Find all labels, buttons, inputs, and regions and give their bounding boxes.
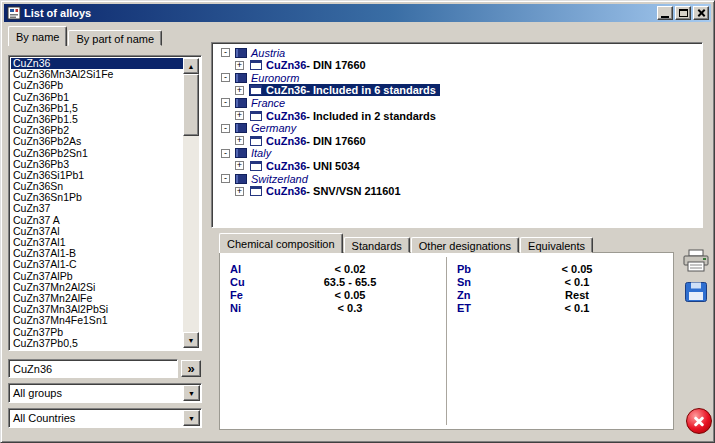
groups-dropdown-arrow-icon[interactable]: ▼ bbox=[183, 385, 200, 401]
country-icon bbox=[235, 48, 247, 58]
alloy-name: CuZn36 bbox=[266, 110, 306, 122]
name-tabstrip: By nameBy part of name bbox=[8, 26, 163, 46]
alloy-label[interactable]: CuZn36 - DIN 17660 bbox=[249, 135, 370, 147]
alloy-icon bbox=[250, 161, 262, 171]
country-label: Germany bbox=[251, 122, 296, 134]
expand-icon[interactable]: + bbox=[235, 187, 244, 196]
collapse-icon[interactable]: - bbox=[221, 98, 230, 107]
tree-country-row[interactable]: -Germany bbox=[214, 122, 700, 135]
tree-country-row[interactable]: -France bbox=[214, 96, 700, 109]
element-symbol: Sn bbox=[457, 276, 517, 289]
exit-x-icon bbox=[693, 415, 705, 427]
composition-row: ET< 0.1 bbox=[447, 302, 673, 315]
tree-country-row[interactable]: -Euronorm bbox=[214, 71, 700, 84]
book-button[interactable] bbox=[684, 281, 708, 303]
element-symbol: Pb bbox=[457, 263, 517, 276]
tree-alloy-row[interactable]: +CuZn36 - DIN 17660 bbox=[214, 134, 700, 147]
composition-row: Fe< 0.05 bbox=[220, 289, 446, 302]
countries-dropdown[interactable]: All Countries ▼ bbox=[8, 408, 202, 428]
element-symbol: Cu bbox=[230, 276, 290, 289]
maximize-button[interactable] bbox=[675, 6, 691, 20]
scroll-up-button[interactable]: ▲ bbox=[183, 58, 199, 74]
country-label: Switzerland bbox=[251, 173, 308, 185]
close-icon bbox=[697, 9, 706, 18]
list-item[interactable]: CuZn37Mn4Fe1Sn1 bbox=[11, 315, 183, 326]
expand-icon[interactable]: + bbox=[235, 136, 244, 145]
alloy-icon bbox=[250, 186, 262, 196]
country-icon bbox=[235, 73, 247, 83]
element-value: < 0.1 bbox=[517, 276, 637, 289]
tab-other-designations[interactable]: Other designations bbox=[411, 237, 519, 253]
tree-alloy-row[interactable]: +CuZn36 - DIN 17660 bbox=[214, 59, 700, 72]
scrollbar-thumb[interactable] bbox=[183, 74, 199, 136]
composition-column-right: Pb< 0.05Sn< 0.1ZnRestET< 0.1 bbox=[447, 263, 673, 423]
tree-alloy-row[interactable]: +CuZn36 - SNV/VSN 211601 bbox=[214, 185, 700, 198]
collapse-icon[interactable]: - bbox=[221, 149, 230, 158]
countries-dropdown-value: All Countries bbox=[13, 412, 75, 424]
alloy-label[interactable]: CuZn36 - Included in 2 standards bbox=[249, 110, 440, 122]
list-item[interactable]: CuZn37 bbox=[11, 203, 183, 214]
minimize-button[interactable] bbox=[657, 6, 673, 20]
collapse-icon[interactable]: - bbox=[221, 48, 230, 57]
tab-chemical-composition[interactable]: Chemical composition bbox=[219, 233, 343, 253]
search-input[interactable] bbox=[8, 359, 178, 378]
search-go-button[interactable]: » bbox=[181, 360, 201, 377]
scroll-down-icon: ▼ bbox=[188, 337, 195, 344]
tree-alloy-row[interactable]: +CuZn36 - UNI 5034 bbox=[214, 159, 700, 172]
tab-equivalents[interactable]: Equivalents bbox=[520, 237, 593, 253]
alloy-name: CuZn36 bbox=[266, 84, 306, 96]
alloy-icon bbox=[250, 60, 262, 70]
alloy-standard: - DIN 17660 bbox=[306, 135, 365, 147]
alloy-name: CuZn36 bbox=[266, 59, 306, 71]
composition-panel: Al< 0.02Cu63.5 - 65.5Fe< 0.05Ni< 0.3 Pb<… bbox=[219, 252, 674, 430]
print-button[interactable] bbox=[681, 249, 711, 275]
tree-country-row[interactable]: -Switzerland bbox=[214, 172, 700, 185]
countries-dropdown-arrow-icon[interactable]: ▼ bbox=[183, 410, 200, 426]
alloy-label[interactable]: CuZn36 - DIN 17660 bbox=[249, 59, 370, 71]
list-item[interactable]: CuZn36Pb2Sn1 bbox=[11, 148, 183, 159]
list-item[interactable]: CuZn37Pb bbox=[11, 327, 183, 338]
list-item[interactable]: CuZn36Pb bbox=[11, 80, 183, 91]
composition-row: Cu63.5 - 65.5 bbox=[220, 276, 446, 289]
element-value: Rest bbox=[517, 289, 637, 302]
expand-icon[interactable]: + bbox=[235, 161, 244, 170]
tree-country-row[interactable]: -Austria bbox=[214, 46, 700, 59]
alloy-icon bbox=[250, 136, 262, 146]
titlebar[interactable]: List of alloys bbox=[4, 4, 711, 22]
tree-country-row[interactable]: -Italy bbox=[214, 147, 700, 160]
alloy-label[interactable]: CuZn36 - Included in 6 standards bbox=[249, 84, 440, 96]
list-item[interactable]: CuZn37Al1-C bbox=[11, 259, 183, 270]
tab-standards[interactable]: Standards bbox=[344, 237, 410, 253]
tab-by-name[interactable]: By name bbox=[8, 26, 67, 46]
alloy-name: CuZn36 bbox=[266, 185, 306, 197]
alloy-label[interactable]: CuZn36 - SNV/VSN 211601 bbox=[249, 185, 405, 197]
alloys-window: List of alloys By nameBy part of name Cu… bbox=[0, 0, 715, 443]
detail-tabstrip: Chemical compositionStandardsOther desig… bbox=[219, 234, 594, 253]
close-button[interactable] bbox=[693, 6, 709, 20]
collapse-icon[interactable]: - bbox=[221, 73, 230, 82]
expand-icon[interactable]: + bbox=[235, 111, 244, 120]
element-value: < 0.02 bbox=[290, 263, 410, 276]
alloy-list-scrollbar[interactable]: ▲ ▼ bbox=[183, 58, 199, 348]
list-item[interactable]: CuZn37Pb0,5 bbox=[11, 338, 183, 348]
tree-alloy-row[interactable]: +CuZn36 - Included in 6 standards bbox=[214, 84, 700, 97]
printer-icon bbox=[682, 261, 710, 276]
element-value: < 0.1 bbox=[517, 302, 637, 315]
country-icon bbox=[235, 148, 247, 158]
expand-icon[interactable]: + bbox=[235, 61, 244, 70]
tab-by-part-of-name[interactable]: By part of name bbox=[68, 30, 162, 46]
exit-button[interactable] bbox=[686, 408, 712, 434]
alloy-listbox: CuZn36CuZn36Mn3Al2Si1FeCuZn36PbCuZn36Pb1… bbox=[8, 55, 202, 351]
groups-dropdown[interactable]: All groups ▼ bbox=[8, 383, 202, 403]
alloy-standard: - UNI 5034 bbox=[306, 160, 359, 172]
expand-icon[interactable]: + bbox=[235, 86, 244, 95]
element-symbol: Al bbox=[230, 263, 290, 276]
tree-alloy-row[interactable]: +CuZn36 - Included in 2 standards bbox=[214, 109, 700, 122]
list-item[interactable]: CuZn36Pb2As bbox=[11, 136, 183, 147]
collapse-icon[interactable]: - bbox=[221, 124, 230, 133]
collapse-icon[interactable]: - bbox=[221, 174, 230, 183]
composition-row: Sn< 0.1 bbox=[447, 276, 673, 289]
alloy-label[interactable]: CuZn36 - UNI 5034 bbox=[249, 160, 364, 172]
composition-row: Al< 0.02 bbox=[220, 263, 446, 276]
scroll-down-button[interactable]: ▼ bbox=[183, 332, 199, 348]
